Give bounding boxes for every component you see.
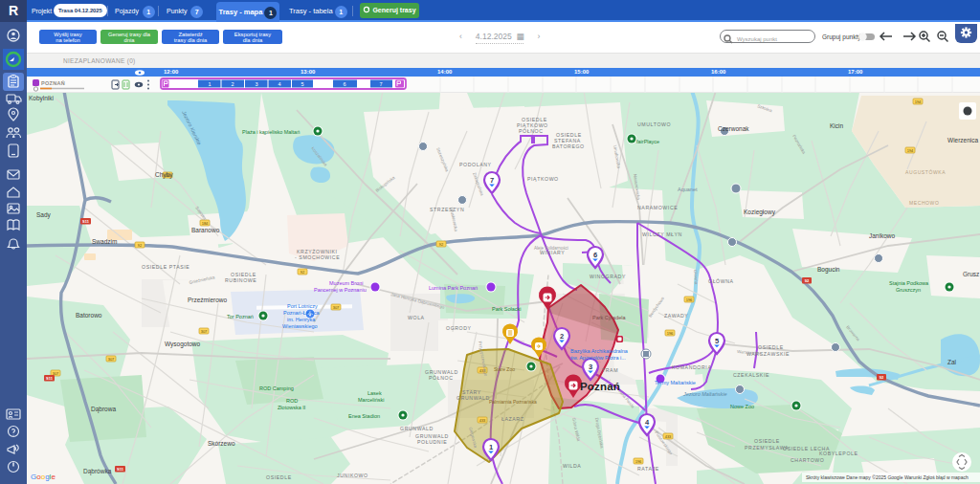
svg-text:Dąbrowa: Dąbrowa <box>91 406 116 413</box>
svg-text:1: 1 <box>208 81 211 87</box>
svg-text:PÓŁNOC: PÓŁNOC <box>519 128 544 134</box>
svg-text:Batorowo: Batorowo <box>76 312 102 319</box>
svg-text:- SMOCHOWICE: - SMOCHOWICE <box>295 254 340 260</box>
svg-text:Muzeum Broni: Muzeum Broni <box>329 280 363 286</box>
svg-text:Czerwonak: Czerwonak <box>718 125 749 132</box>
svg-text:7: 7 <box>490 176 494 185</box>
svg-text:92: 92 <box>805 278 810 283</box>
svg-text:Enea Stadion: Enea Stadion <box>348 413 380 419</box>
svg-text:Wieniawskiego: Wieniawskiego <box>282 323 318 329</box>
svg-text:OSIEDLE: OSIEDLE <box>758 344 784 350</box>
svg-text:Koziegłowy: Koziegłowy <box>744 209 776 216</box>
svg-text:Nowe Zoo: Nowe Zoo <box>730 404 754 409</box>
svg-text:Aquanet: Aquanet <box>678 187 698 192</box>
svg-text:PIĄTKOWO: PIĄTKOWO <box>527 176 559 182</box>
svg-text:Tor Poznań: Tor Poznań <box>227 314 254 319</box>
svg-text:2: 2 <box>231 81 234 87</box>
svg-text:Park Cytadela: Park Cytadela <box>592 315 626 320</box>
svg-text:433: 433 <box>665 434 672 439</box>
svg-text:Kicin: Kicin <box>830 122 843 129</box>
svg-text:św. Apostołów Piotra i...: św. Apostołów Piotra i... <box>570 355 626 361</box>
svg-text:CHARTOWO: CHARTOWO <box>791 457 824 463</box>
svg-text:PÓŁNOC: PÓŁNOC <box>429 375 454 381</box>
svg-text:307: 307 <box>108 357 115 362</box>
svg-text:S11: S11 <box>117 467 124 472</box>
svg-text:KOBYLEPOLE: KOBYLEPOLE <box>819 451 858 456</box>
svg-text:OSIEDLE PTASIE: OSIEDLE PTASIE <box>142 264 189 270</box>
svg-text:Wierzenica: Wierzenica <box>947 137 979 143</box>
svg-text:PODOLANY: PODOLANY <box>459 162 492 167</box>
svg-text:S11: S11 <box>46 376 54 381</box>
svg-text:Warszawska: Warszawska <box>737 349 762 356</box>
svg-text:Głowna: Głowna <box>693 270 699 285</box>
svg-text:Złotowska II: Złotowska II <box>278 405 306 410</box>
svg-text:Przeźmierowo: Przeźmierowo <box>188 297 228 303</box>
svg-text:Bogucin: Bogucin <box>817 266 840 274</box>
svg-text:Google: Google <box>31 473 56 481</box>
svg-text:Poznań: Poznań <box>580 381 620 392</box>
svg-text:194: 194 <box>907 148 914 153</box>
svg-text:Pancernej w Poznaniu: Pancernej w Poznaniu <box>314 287 367 293</box>
svg-text:Stare Zoo: Stare Zoo <box>494 366 515 372</box>
svg-text:RATAJE: RATAJE <box>637 466 659 472</box>
svg-text:WOLA: WOLA <box>408 315 425 320</box>
svg-text:Poznań-Ławica: Poznań-Ławica <box>283 310 321 316</box>
svg-text:ŁAZARZ: ŁAZARZ <box>501 416 524 422</box>
svg-text:Skórzewo: Skórzewo <box>208 440 235 447</box>
svg-text:Wysogotowo: Wysogotowo <box>165 341 201 348</box>
svg-text:OSIEDLE: OSIEDLE <box>266 474 292 480</box>
svg-text:WINOGRADY: WINOGRADY <box>590 274 626 279</box>
svg-text:ROD: ROD <box>286 398 298 404</box>
svg-text:GRUNWALD: GRUNWALD <box>400 426 434 431</box>
svg-text:BATOREGO: BATOREGO <box>552 143 585 149</box>
svg-text:92: 92 <box>880 375 884 380</box>
svg-text:Jezioro Maltańskie: Jezioro Maltańskie <box>682 391 727 397</box>
svg-text:Sady: Sady <box>36 211 52 219</box>
svg-text:GRUNWALD: GRUNWALD <box>457 395 490 401</box>
svg-text:Wyszukaj punkt: Wyszukaj punkt <box>737 36 777 42</box>
svg-text:GŁÓWNA: GŁÓWNA <box>708 278 734 284</box>
svg-text:im. Henryka: im. Henryka <box>287 317 316 322</box>
svg-text:7: 7 <box>379 81 382 87</box>
svg-text:3: 3 <box>255 81 257 87</box>
svg-text:fairPlayce: fairPlayce <box>636 139 659 144</box>
svg-text:CZEKALSKIE: CZEKALSKIE <box>733 372 769 378</box>
svg-text:4: 4 <box>278 81 280 87</box>
svg-text:307: 307 <box>333 305 340 310</box>
svg-text:6: 6 <box>343 81 345 87</box>
svg-text:Plaża i kąpielisko Maltań: Plaża i kąpielisko Maltań <box>242 129 300 135</box>
svg-text:KOMANDORIA: KOMANDORIA <box>672 364 711 370</box>
svg-text:JUNIKOWO: JUNIKOWO <box>337 473 368 478</box>
svg-text:3: 3 <box>589 363 592 371</box>
svg-text:TRAM: TRAM <box>602 367 618 373</box>
svg-text:AUGUSTÓWKA: AUGUSTÓWKA <box>905 169 946 175</box>
svg-text:Port Lotniczy: Port Lotniczy <box>287 303 318 309</box>
svg-text:Zal: Zal <box>947 359 957 365</box>
svg-text:92: 92 <box>301 270 305 275</box>
svg-text:S11: S11 <box>82 219 90 224</box>
svg-text:Stajnia Podkowa: Stajnia Podkowa <box>889 280 929 286</box>
svg-text:Marceliński: Marceliński <box>358 397 385 403</box>
svg-text:2: 2 <box>560 332 564 341</box>
svg-text:1: 1 <box>489 443 493 451</box>
svg-text:Dąbrówka: Dąbrówka <box>83 468 112 475</box>
svg-text:Bazylika Archikatedralna: Bazylika Archikatedralna <box>570 348 629 354</box>
svg-text:6: 6 <box>593 251 597 259</box>
svg-text:Grusz: Grusz <box>963 271 979 277</box>
svg-text:WILCZY MŁYN: WILCZY MŁYN <box>642 231 682 237</box>
svg-text:UMULTOWO: UMULTOWO <box>637 121 671 127</box>
svg-text:196: 196 <box>635 459 642 464</box>
svg-text:Termy Maltańskie: Termy Maltańskie <box>655 380 696 385</box>
svg-text:NARAMOWICE: NARAMOWICE <box>637 205 678 210</box>
svg-text:Palmiarnia Poznańska: Palmiarnia Poznańska <box>489 399 537 405</box>
svg-text:MECHOWO: MECHOWO <box>909 200 939 206</box>
svg-text:PRZEMYSŁAWA: PRZEMYSŁAWA <box>745 445 789 451</box>
svg-text:RUBINOWE: RUBINOWE <box>225 277 256 283</box>
svg-text:5: 5 <box>715 337 719 345</box>
svg-text:196: 196 <box>686 297 693 302</box>
svg-text:307: 307 <box>201 329 208 334</box>
svg-text:ZAWADY: ZAWADY <box>664 313 688 319</box>
svg-text:Janikowo: Janikowo <box>869 232 895 239</box>
svg-text:196: 196 <box>667 331 674 336</box>
svg-text:Gruszczyn: Gruszczyn <box>896 287 921 293</box>
